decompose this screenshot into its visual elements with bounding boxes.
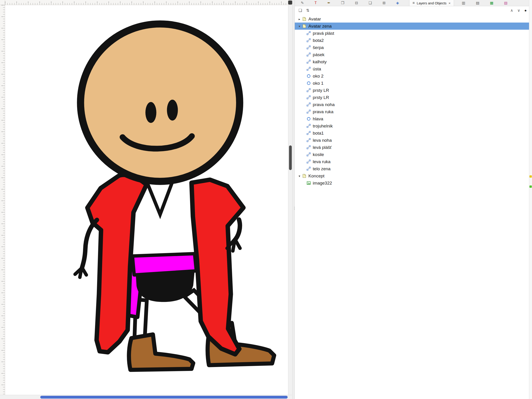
horizontal-ruler[interactable]: [5, 0, 288, 5]
tree-row[interactable]: telo zena: [295, 165, 529, 172]
tree-item-label: kalhoty: [313, 59, 327, 64]
expander-icon[interactable]: ▾: [297, 174, 302, 178]
tree-row[interactable]: leva noha: [295, 137, 529, 144]
object-type-icon: [306, 60, 311, 64]
tree-row[interactable]: ▾ Koncept: [295, 172, 529, 179]
tree-row[interactable]: kosile: [295, 151, 529, 158]
vertical-scrollbar[interactable]: [288, 5, 292, 395]
dialog-tabs-right: ▥▤▦▧: [454, 0, 508, 6]
swatches-icon[interactable]: ▦: [490, 1, 493, 5]
layers-only-toggle-icon[interactable]: ❏: [298, 8, 302, 13]
tree-item-label: prava noha: [313, 102, 335, 107]
symbols-icon[interactable]: ◈: [396, 1, 399, 5]
xml-editor-icon[interactable]: ▤: [476, 1, 479, 5]
gradients-icon[interactable]: ▧: [504, 1, 507, 5]
tree-item-label: pásek: [313, 52, 324, 57]
export-icon[interactable]: ⊟: [355, 1, 358, 5]
sash-band[interactable]: [133, 253, 196, 275]
tab-layers-and-objects[interactable]: ≡ Layers and Objects ×: [409, 0, 454, 6]
tree-item-label: šerpa: [313, 45, 324, 50]
tree-row[interactable]: trojuhelnik: [295, 122, 529, 130]
inkscape-window: ⋮ ✎T✒❐⊟❏⊞◈ ≡ Layers and Objects × ▥▤▦▧ ❏…: [0, 0, 532, 399]
tree-row[interactable]: kalhoty: [295, 58, 529, 65]
object-type-icon: [306, 81, 311, 86]
snap-option-icon[interactable]: [529, 175, 532, 178]
splitter-grip-icon[interactable]: ⋮: [293, 207, 296, 209]
panel-splitter[interactable]: ⋮: [292, 0, 295, 399]
ruler-corner: [0, 0, 5, 5]
document-properties-icon[interactable]: ❐: [341, 1, 344, 5]
tree-row[interactable]: šerpa: [295, 44, 529, 51]
tree-row[interactable]: ústa: [295, 65, 529, 72]
dialog-tabs-left: ✎T✒❐⊟❏⊞◈: [295, 0, 399, 6]
blend-mode-icon[interactable]: ●: [524, 8, 527, 13]
tab-label: Layers and Objects: [417, 1, 446, 5]
character-drawing[interactable]: [5, 5, 288, 395]
horizontal-scrollbar-thumb[interactable]: [40, 396, 288, 399]
move-down-icon[interactable]: ∨: [517, 8, 520, 13]
tree-item-label: Koncept: [308, 173, 324, 178]
tree-row[interactable]: ▾ Avatar zena: [295, 23, 529, 30]
tree-item-label: pravá plást: [313, 31, 334, 36]
tree-row[interactable]: oko 2: [295, 72, 529, 80]
objects-tree: ▸ Avatar ▾ Avatar zena pravá plást bota2…: [295, 14, 529, 399]
tree-row[interactable]: hlava: [295, 115, 529, 122]
object-type-icon: [306, 88, 311, 93]
tree-row[interactable]: prsty LR: [295, 87, 529, 94]
tree-row[interactable]: leva ruka: [295, 158, 529, 165]
toolbar-right-group: ∧∨●: [510, 8, 529, 13]
object-type-icon: [306, 152, 311, 157]
coat-right[interactable]: [191, 180, 243, 354]
left-hand-fingers[interactable]: [75, 268, 86, 278]
object-type-icon: [306, 159, 311, 164]
expand-to-current-layer-icon[interactable]: ⇅: [306, 8, 310, 13]
object-type-icon: [306, 67, 311, 71]
tree-row[interactable]: ▸ Avatar: [295, 15, 529, 23]
expander-icon[interactable]: ▸: [297, 17, 302, 21]
tree-item-label: trojuhelnik: [313, 124, 333, 129]
right-eye[interactable]: [167, 100, 178, 120]
tree-row[interactable]: pásek: [295, 51, 529, 58]
node-editor-icon[interactable]: ✎: [301, 1, 304, 5]
right-arm[interactable]: [235, 220, 240, 240]
vertical-scrollbar-thumb[interactable]: [289, 146, 292, 170]
transform-icon[interactable]: ▥: [462, 1, 465, 5]
tree-row[interactable]: image322: [295, 179, 529, 187]
tree-row[interactable]: bota1: [295, 130, 529, 137]
align-distribute-icon[interactable]: ⊞: [382, 1, 386, 5]
toolbar-left-group: ❏⇅: [295, 8, 310, 13]
tree-row[interactable]: prsty LR: [295, 94, 529, 101]
tree-row[interactable]: pravá plást: [295, 30, 529, 37]
tree-item-label: Avatar: [308, 17, 321, 22]
tree-row[interactable]: prava noha: [295, 101, 529, 108]
tree-item-label: leva ruka: [313, 159, 330, 164]
close-tab-icon[interactable]: ×: [449, 1, 450, 5]
vertical-ruler[interactable]: [0, 5, 5, 395]
move-up-icon[interactable]: ∧: [510, 8, 513, 13]
horizontal-scrollbar[interactable]: [0, 395, 292, 399]
object-type-icon: [306, 38, 311, 43]
drawing-canvas[interactable]: [5, 5, 288, 395]
object-type-icon: [306, 109, 311, 114]
tree-item-label: levá plášť: [313, 145, 332, 150]
expander-icon[interactable]: ▾: [297, 24, 302, 28]
object-type-icon: [306, 52, 311, 57]
left-boot[interactable]: [129, 334, 193, 370]
scrollbar-lock-button[interactable]: [288, 0, 292, 5]
tree-item-label: prsty LR: [313, 88, 329, 93]
object-type-icon: [306, 145, 311, 150]
clone-icon[interactable]: ❏: [369, 1, 372, 5]
tree-row[interactable]: bota2: [295, 37, 529, 44]
calligraphy-icon[interactable]: ✒: [327, 1, 330, 5]
tree-item-label: image322: [313, 181, 332, 186]
text-and-font-icon[interactable]: T: [315, 1, 317, 5]
head[interactable]: [81, 24, 240, 181]
left-eye[interactable]: [146, 102, 156, 123]
object-type-icon: [302, 17, 306, 21]
tree-row[interactable]: levá plášť: [295, 144, 529, 151]
snap-option-icon[interactable]: [529, 185, 532, 188]
tree-row[interactable]: prava ruka: [295, 108, 529, 115]
object-type-icon: [306, 95, 311, 100]
object-type-icon: [306, 74, 311, 78]
tree-row[interactable]: oko 1: [295, 80, 529, 87]
